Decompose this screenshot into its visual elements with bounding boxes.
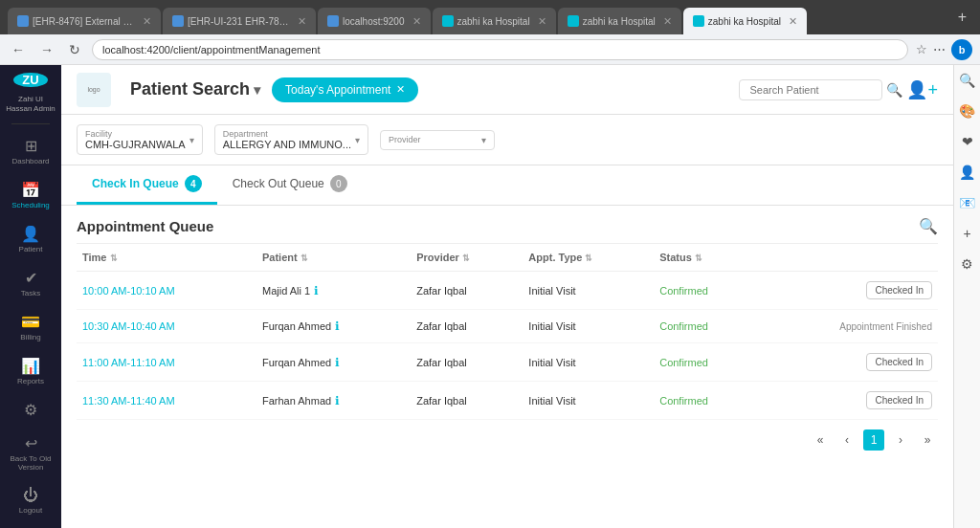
checked-in-button[interactable]: Checked In: [866, 353, 932, 371]
sidebar-item-patient[interactable]: 👤 Patient: [0, 219, 61, 259]
appointment-time-link[interactable]: 11:30 AM-11:40 AM: [82, 395, 175, 407]
refresh-button[interactable]: ↻: [65, 40, 84, 59]
address-bar-row: ← → ↻ localhost:4200/client/appointmentM…: [0, 34, 980, 65]
checkout-queue-tab[interactable]: Check Out Queue 0: [217, 165, 363, 205]
patient-info-icon[interactable]: ℹ: [335, 319, 340, 333]
tab-favicon: [693, 15, 704, 27]
next-page-button[interactable]: ›: [890, 429, 911, 451]
content-area: logo Patient Search ▾ Today's Appointmen…: [61, 65, 953, 528]
provider-cell: Zafar Iqbal: [411, 310, 523, 343]
section-title: Appointment Queue: [77, 218, 919, 234]
status-badge: Confirmed: [659, 395, 708, 407]
appt-type-cell: Initial Visit: [523, 382, 654, 420]
appointment-time-link[interactable]: 10:30 AM-10:40 AM: [82, 320, 175, 332]
sidebar-item-scheduling[interactable]: 📅 Scheduling: [0, 175, 61, 215]
checked-in-button[interactable]: Checked In: [866, 281, 932, 299]
tab-label: zabhi ka Hospital: [708, 16, 781, 27]
tab-close-icon[interactable]: ✕: [143, 15, 151, 28]
provider-filter[interactable]: Provider ▾: [380, 130, 495, 150]
browser-tab-tab6[interactable]: zabhi ka Hospital✕: [683, 8, 807, 34]
tab-close-icon[interactable]: ✕: [663, 15, 672, 28]
sidebar-item-billing[interactable]: 💳 Billing: [0, 307, 61, 347]
sidebar-item-reports[interactable]: 📊 Reports: [0, 351, 61, 391]
right-search-icon[interactable]: 🔍: [955, 69, 979, 92]
sidebar-item-tasks[interactable]: ✔ Tasks: [0, 263, 61, 303]
col-appt-type: Appt. Type ⇅: [523, 244, 654, 272]
sidebar-item-back[interactable]: ↩ Back To Old Version: [0, 429, 61, 477]
sidebar-item-settings[interactable]: ⚙: [0, 395, 61, 425]
table-search-icon[interactable]: 🔍: [919, 217, 938, 235]
appointment-table: Time ⇅ Patient ⇅ Provider ⇅ Appt. T: [77, 244, 938, 420]
tab-label: zabhi ka Hospital: [583, 16, 656, 27]
sidebar-item-label: Tasks: [21, 289, 40, 297]
sidebar-item-dashboard[interactable]: ⊞ Dashboard: [0, 131, 61, 171]
appointment-time-link[interactable]: 10:00 AM-10:10 AM: [82, 285, 175, 297]
favorites-icon[interactable]: ☆: [916, 42, 927, 56]
sort-icon: ⇅: [585, 253, 592, 263]
search-patient-input[interactable]: [739, 79, 882, 100]
page-title-dropdown[interactable]: ▾: [254, 82, 260, 98]
table-row: 10:30 AM-10:40 AMFurqan AhmedℹZafar Iqba…: [77, 310, 938, 343]
patient-info-icon[interactable]: ℹ: [335, 394, 340, 407]
sort-icon: ⇅: [110, 253, 118, 263]
dashboard-icon: ⊞: [25, 137, 37, 155]
pagination: « ‹ 1 › »: [77, 420, 938, 460]
browser-tab-tab1[interactable]: [EHR-8476] External Visit R...✕: [8, 8, 161, 34]
tab-close-icon[interactable]: ✕: [412, 15, 421, 28]
tab-close-icon[interactable]: ✕: [396, 83, 405, 96]
browser-tab-tab2[interactable]: [EHR-UI-231 EHR-7817 > [...✕: [163, 8, 316, 34]
browser-tab-tab3[interactable]: localhost:9200✕: [318, 8, 431, 34]
tab-close-icon[interactable]: ✕: [538, 15, 546, 28]
provider-dropdown-icon: ▾: [481, 135, 486, 145]
department-dropdown-icon: ▾: [355, 135, 360, 145]
facility-filter[interactable]: Facility CMH-GUJRANWALA ▾: [77, 124, 203, 155]
tasks-icon: ✔: [25, 269, 37, 287]
tab-favicon: [442, 15, 454, 27]
right-settings-icon[interactable]: ⚙: [957, 253, 977, 275]
main-layout: ZU Zahi UI Hassan Admin ⊞ Dashboard 📅 Sc…: [0, 65, 980, 528]
add-patient-button[interactable]: 👤+: [906, 79, 938, 100]
reports-icon: 📊: [21, 357, 40, 375]
address-bar[interactable]: localhost:4200/client/appointmentManagem…: [92, 39, 908, 60]
browser-tab-tab4[interactable]: zabhi ka Hospital✕: [433, 8, 556, 34]
department-filter[interactable]: Department ALLERGY AND IMMUNO... ▾: [214, 124, 368, 155]
col-time: Time ⇅: [77, 244, 256, 272]
sidebar-item-label: Billing: [20, 333, 40, 341]
sidebar-item-label: Reports: [17, 377, 44, 385]
patient-name: Furqan Ahmedℹ: [262, 319, 405, 333]
bing-icon[interactable]: b: [951, 39, 972, 60]
status-badge: Confirmed: [659, 285, 708, 297]
patient-info-icon[interactable]: ℹ: [335, 356, 340, 369]
checked-in-button[interactable]: Checked In: [866, 391, 932, 409]
sidebar-item-logout[interactable]: ⏻ Logout: [0, 481, 61, 520]
table-row: 11:30 AM-11:40 AMFarhan AhmadℹZafar Iqba…: [77, 382, 938, 420]
right-heart-icon[interactable]: ❤: [958, 130, 977, 153]
page-1-button[interactable]: 1: [863, 429, 884, 451]
appt-type-cell: Initial Visit: [523, 343, 654, 382]
checkin-badge: 4: [185, 175, 202, 192]
tab-close-icon[interactable]: ✕: [789, 15, 797, 28]
first-page-button[interactable]: «: [810, 429, 831, 451]
browser-tab-tab5[interactable]: zabhi ka Hospital✕: [558, 8, 681, 34]
settings-icon[interactable]: ⋯: [933, 42, 946, 56]
back-button[interactable]: ←: [8, 40, 29, 59]
patient-info-icon[interactable]: ℹ: [314, 284, 319, 297]
tab-favicon: [568, 15, 579, 27]
page-title: Patient Search ▾: [130, 79, 260, 99]
right-profile-icon[interactable]: 👤: [955, 161, 979, 184]
search-button[interactable]: 🔍: [886, 82, 902, 98]
todays-appointment-tab[interactable]: Today's Appointment ✕: [272, 77, 418, 102]
right-color-icon[interactable]: 🎨: [955, 99, 979, 122]
facility-dropdown-icon: ▾: [189, 135, 194, 145]
last-page-button[interactable]: »: [917, 429, 938, 451]
forward-button[interactable]: →: [36, 40, 57, 59]
checkin-queue-tab[interactable]: Check In Queue 4: [77, 165, 217, 205]
new-tab-button[interactable]: +: [952, 9, 972, 26]
prev-page-button[interactable]: ‹: [836, 429, 858, 451]
right-mail-icon[interactable]: 📧: [955, 191, 979, 214]
top-nav: logo Patient Search ▾ Today's Appointmen…: [61, 65, 953, 115]
appointment-time-link[interactable]: 11:00 AM-11:10 AM: [82, 357, 175, 368]
tab-close-icon[interactable]: ✕: [298, 15, 306, 28]
right-add-icon[interactable]: +: [959, 222, 974, 245]
billing-icon: 💳: [21, 313, 40, 331]
